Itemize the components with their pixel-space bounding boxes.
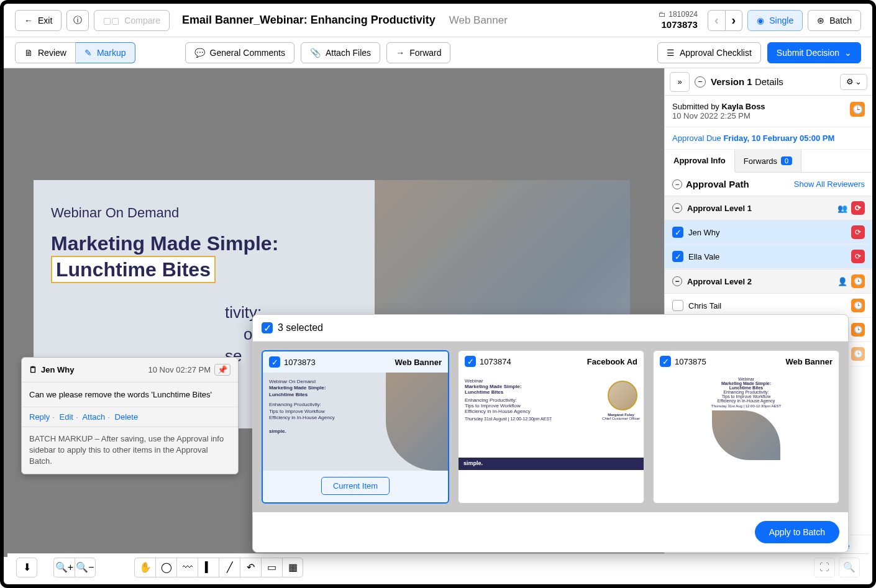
fit-icon: ⛶ xyxy=(819,562,829,573)
settings-dropdown-button[interactable]: ⚙⌄ xyxy=(840,74,867,90)
item-ref: 1073873 xyxy=(659,19,698,30)
zoom-in-tool[interactable]: 🔍+ xyxy=(53,558,75,577)
submit-decision-label: Submit Decision xyxy=(777,48,839,58)
search-icon: 🔍 xyxy=(843,561,855,573)
approval-checklist-label: Approval Checklist xyxy=(680,48,752,58)
download-icon: ⬇ xyxy=(23,561,31,573)
card-checkbox[interactable]: ✓ xyxy=(465,356,476,367)
reviewer-row[interactable]: ✓ Ella Vale ⟳ xyxy=(665,245,872,269)
prev-item-button[interactable]: ‹ xyxy=(708,10,726,31)
approval-checklist-button[interactable]: ☰ Approval Checklist xyxy=(657,42,761,63)
attach-files-button[interactable]: 📎 Attach Files xyxy=(301,42,380,63)
comment-edit[interactable]: Edit xyxy=(60,412,73,422)
version-title: Version 1 Details xyxy=(711,76,783,87)
comment-attach[interactable]: Attach xyxy=(82,412,105,422)
chevron-right-icon: › xyxy=(732,13,736,27)
highlight-tool[interactable]: ▍ xyxy=(198,558,219,577)
comment-author: Jen Why xyxy=(41,365,74,374)
rectangle-icon: ▭ xyxy=(267,561,276,573)
person-icon: 👤 xyxy=(837,277,847,286)
undo-tool[interactable]: ↶ xyxy=(240,558,261,577)
zoom-in-icon: 🔍+ xyxy=(55,561,73,573)
pan-tool[interactable]: ✋ xyxy=(134,558,155,577)
collapse-sidebar-button[interactable]: » xyxy=(670,72,690,92)
approval-due: Approval Due Friday, 10 February 05:00 P… xyxy=(665,127,872,150)
forwards-count: 0 xyxy=(781,156,792,165)
checklist-icon: ☰ xyxy=(667,48,675,58)
top-bar: ← Exit ⓘ ▢▢ Compare Email Banner_Webinar… xyxy=(4,4,872,37)
gear-icon: ⚙ xyxy=(846,77,854,86)
tab-forwards[interactable]: Forwards0 xyxy=(735,150,801,172)
line-icon: ╱ xyxy=(227,561,233,573)
checkbox[interactable] xyxy=(672,300,683,311)
grid-tool[interactable]: ▦ xyxy=(282,558,303,577)
submit-decision-button[interactable]: Submit Decision ⌄ xyxy=(767,42,861,63)
line-tool[interactable]: ╱ xyxy=(219,558,240,577)
approval-level-1-header[interactable]: − Approval Level 1 👥⟳ xyxy=(665,196,872,220)
card-type: Web Banner xyxy=(785,357,833,366)
card-checkbox[interactable]: ✓ xyxy=(660,356,671,367)
card-ref: 1073873 xyxy=(284,358,316,367)
compare-button: ▢▢ Compare xyxy=(94,10,170,31)
batch-card[interactable]: ✓1073874 Facebook Ad Webinar Marketing M… xyxy=(458,350,644,504)
checkbox-on[interactable]: ✓ xyxy=(672,227,683,238)
search-tool[interactable]: 🔍 xyxy=(839,558,860,577)
info-button[interactable]: ⓘ xyxy=(66,10,89,31)
approval-path-title: −Approval Path xyxy=(672,179,749,189)
project-reference: 🗀 1810924 1073873 xyxy=(659,10,698,30)
info-icon: ⓘ xyxy=(73,15,82,26)
chevron-down-icon: ⌄ xyxy=(855,77,862,86)
card-type: Facebook Ad xyxy=(587,357,637,366)
pencil-icon: ✎ xyxy=(84,48,92,58)
select-all-checkbox[interactable]: ✓ xyxy=(262,322,273,333)
comment-reply[interactable]: Reply xyxy=(29,412,50,422)
fit-tool[interactable]: ⛶ xyxy=(814,558,835,577)
markup-tab[interactable]: ✎ Markup xyxy=(76,42,135,63)
lasso-icon: ◯ xyxy=(161,561,172,573)
comment-delete[interactable]: Delete xyxy=(115,412,139,422)
banner-headline: Marketing Made Simple: Lunchtime Bites xyxy=(51,231,357,283)
lasso-tool[interactable]: ◯ xyxy=(155,558,176,577)
comment-batch-note: BATCH MARKUP – After saving, use the App… xyxy=(22,427,238,474)
pin-icon[interactable]: 📌 xyxy=(214,364,230,376)
hand-icon: ✋ xyxy=(139,561,152,573)
batch-card[interactable]: ✓1073875 Web Banner Webinar Marketing Ma… xyxy=(653,350,839,504)
exit-label: Exit xyxy=(38,16,52,25)
general-comments-label: General Comments xyxy=(210,48,285,58)
forward-button[interactable]: → Forward xyxy=(386,42,450,63)
tab-approval-info[interactable]: Approval Info xyxy=(665,150,735,173)
freehand-tool[interactable]: 〰 xyxy=(176,558,198,577)
collapse-circle-icon[interactable]: − xyxy=(672,179,682,189)
next-item-button[interactable]: › xyxy=(726,10,743,31)
collapse-circle-icon[interactable]: − xyxy=(695,76,706,88)
batch-card[interactable]: ✓1073873 Web Banner Webinar On Demand Ma… xyxy=(262,350,449,504)
rect-tool[interactable]: ▭ xyxy=(261,558,282,577)
review-tab[interactable]: 🗎 Review xyxy=(15,42,76,63)
reviewer-row[interactable]: ✓ Jen Why ⟳ xyxy=(665,220,872,245)
reviewer-name: Chris Tail xyxy=(688,301,721,310)
forward-label: Forward xyxy=(409,48,441,58)
checkbox-on[interactable]: ✓ xyxy=(672,251,683,262)
show-all-reviewers-link[interactable]: Show All Reviewers xyxy=(794,179,865,189)
refresh-badge[interactable]: ⟳ xyxy=(851,201,865,215)
refresh-badge[interactable]: ⟳ xyxy=(851,250,865,263)
review-label: Review xyxy=(38,48,66,58)
card-checkbox[interactable]: ✓ xyxy=(269,356,280,368)
zoom-out-tool[interactable]: 🔍− xyxy=(75,558,96,577)
single-mode-button[interactable]: ◉ Single xyxy=(747,10,803,31)
general-comments-button[interactable]: 💬 General Comments xyxy=(185,42,294,63)
arrow-right-icon: → xyxy=(396,48,404,58)
refresh-badge[interactable]: ⟳ xyxy=(851,225,865,239)
arrow-left-icon: ← xyxy=(24,16,33,25)
comment-actions: Reply· Edit· Attach· Delete xyxy=(22,407,238,427)
collapse-circle-icon: − xyxy=(672,276,682,286)
batch-mode-button[interactable]: ⊛ Batch xyxy=(808,10,861,31)
exit-button[interactable]: ← Exit xyxy=(15,10,62,31)
zoom-out-icon: 🔍− xyxy=(76,561,94,573)
banner-eyebrow: Webinar On Demand xyxy=(51,205,357,221)
comment-time: 10 Nov 02:27 PM xyxy=(148,365,211,374)
download-tool[interactable]: ⬇ xyxy=(16,558,37,577)
approval-level-2-header[interactable]: − Approval Level 2 👤🕒 xyxy=(665,269,872,294)
toolbar: 🗎 Review ✎ Markup 💬 General Comments 📎 A… xyxy=(4,37,872,68)
apply-to-batch-button[interactable]: Apply to Batch xyxy=(755,521,839,543)
